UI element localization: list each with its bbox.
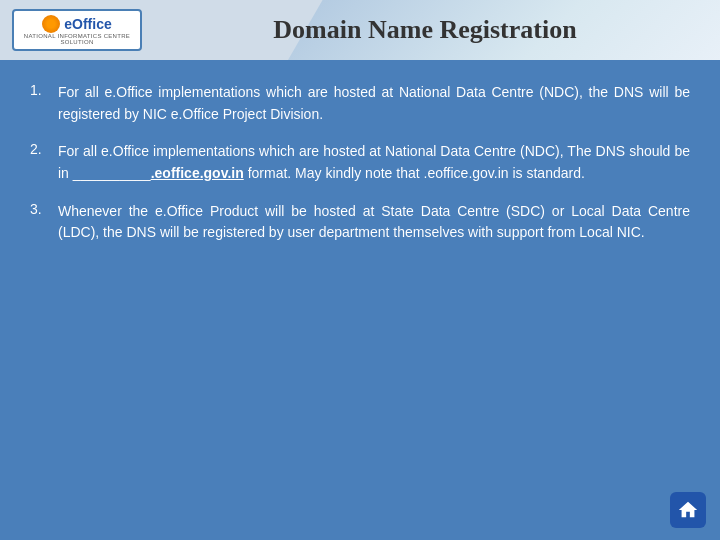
logo-tagline: NATIONAL INFORMATICS CENTRE SOLUTION	[22, 33, 132, 45]
logo-top: eOffice	[42, 15, 111, 33]
logo-area: eOffice NATIONAL INFORMATICS CENTRE SOLU…	[12, 9, 142, 51]
logo-circle-icon	[42, 15, 60, 33]
content-area: 1. For all e.Office implementations whic…	[0, 60, 720, 540]
domain-text: .eoffice.gov.in	[151, 165, 244, 181]
item-text-1: For all e.Office implementations which a…	[58, 82, 690, 125]
item-text-2-after: format. May kindly note that .eoffice.go…	[244, 165, 585, 181]
item-number-3: 3.	[30, 201, 48, 217]
home-icon	[677, 499, 699, 521]
list-item: 2. For all e.Office implementations whic…	[30, 141, 690, 184]
page-title: Domain Name Registration	[273, 15, 576, 45]
item-text-3: Whenever the e.Office Product will be ho…	[58, 201, 690, 244]
header: eOffice NATIONAL INFORMATICS CENTRE SOLU…	[0, 0, 720, 60]
logo-box: eOffice NATIONAL INFORMATICS CENTRE SOLU…	[12, 9, 142, 51]
header-title-area: Domain Name Registration	[142, 15, 708, 45]
list-item: 3. Whenever the e.Office Product will be…	[30, 201, 690, 244]
item-number-2: 2.	[30, 141, 48, 157]
home-button[interactable]	[670, 492, 706, 528]
numbered-list: 1. For all e.Office implementations whic…	[30, 82, 690, 244]
list-item: 1. For all e.Office implementations whic…	[30, 82, 690, 125]
item-number-1: 1.	[30, 82, 48, 98]
slide-container: eOffice NATIONAL INFORMATICS CENTRE SOLU…	[0, 0, 720, 540]
logo-brand-text: eOffice	[64, 16, 111, 32]
item-text-2: For all e.Office implementations which a…	[58, 141, 690, 184]
